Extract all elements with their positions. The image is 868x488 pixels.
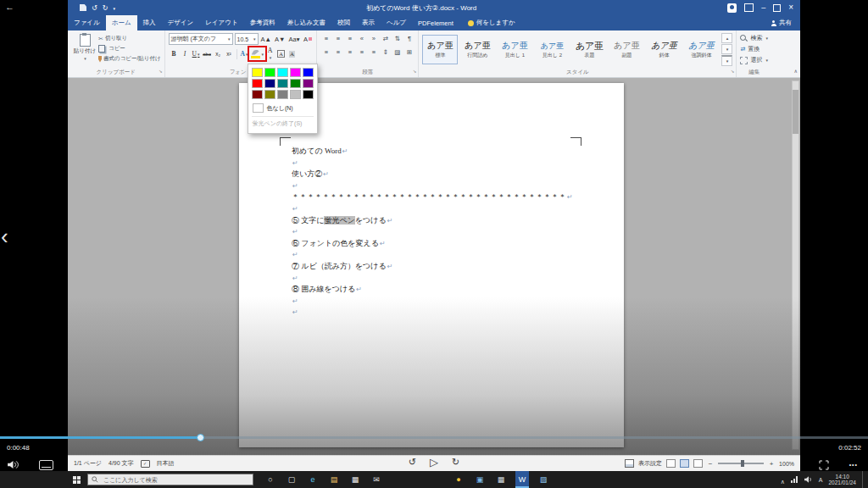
taskbar-app-task-view[interactable]: ▢: [285, 471, 298, 488]
ribbon-display-options-icon[interactable]: [744, 3, 754, 12]
style-標準[interactable]: あア亜標準: [422, 35, 458, 64]
highlight-color-swatch[interactable]: [264, 90, 275, 99]
character-border-button[interactable]: A: [275, 48, 287, 59]
back-button[interactable]: ←: [5, 2, 14, 12]
paragraph-tool-icon[interactable]: ≡: [320, 33, 331, 43]
highlight-color-swatch[interactable]: [252, 79, 263, 88]
highlight-color-swatch[interactable]: [290, 68, 301, 77]
forward-button[interactable]: ↻: [452, 457, 459, 468]
highlight-color-swatch[interactable]: [277, 79, 288, 88]
more-options-button[interactable]: •••: [849, 462, 858, 468]
taskbar-app-word[interactable]: W: [515, 471, 529, 488]
copy-button[interactable]: コピー: [98, 45, 161, 53]
play-button[interactable]: ▷: [430, 456, 438, 469]
tab-差し込み文書[interactable]: 差し込み文書: [281, 15, 331, 30]
highlight-color-swatch[interactable]: [277, 68, 288, 77]
tab-デザイン[interactable]: デザイン: [162, 15, 200, 30]
style-副題[interactable]: あア亜副題: [609, 35, 644, 64]
font-color-button[interactable]: A: [264, 48, 275, 59]
paragraph-tool-icon[interactable]: ≡: [344, 33, 355, 43]
style-行間詰め[interactable]: あア亜行間詰め: [459, 35, 495, 64]
highlight-color-swatch[interactable]: [303, 79, 314, 88]
restore-button[interactable]: [773, 4, 781, 12]
taskbar-app-cortana[interactable]: ○: [264, 471, 277, 488]
underline-button[interactable]: U: [191, 48, 202, 59]
show-desktop-button[interactable]: [862, 471, 865, 488]
paragraph-tool-icon[interactable]: ⇕: [380, 47, 391, 57]
subscript-button[interactable]: x₂: [213, 48, 224, 59]
tab-PDFelement[interactable]: PDFelement: [412, 15, 459, 30]
italic-button[interactable]: I: [180, 48, 191, 59]
paragraph-tool-icon[interactable]: ⇄: [380, 33, 391, 43]
save-icon[interactable]: [80, 4, 86, 11]
styles-scroll-up-icon[interactable]: [721, 33, 732, 43]
clear-formatting-button[interactable]: A: [302, 34, 313, 45]
ime-indicator[interactable]: A: [819, 477, 823, 483]
tab-ホーム[interactable]: ホーム: [106, 15, 137, 30]
tray-volume-icon[interactable]: [804, 476, 813, 483]
bold-button[interactable]: B: [169, 48, 180, 59]
font-name-combo[interactable]: 游明朝 (本文のフ: [169, 33, 233, 45]
no-color-menu-item[interactable]: 色なし(N): [252, 102, 314, 114]
highlight-color-swatch[interactable]: [252, 90, 263, 99]
style-見出し 1[interactable]: あア亜見出し 1: [497, 35, 532, 64]
taskbar-app-recorder[interactable]: ●: [452, 471, 465, 488]
minimize-button[interactable]: [761, 4, 765, 12]
find-button[interactable]: 検索: [740, 34, 768, 42]
dialog-launcher-icon[interactable]: [413, 61, 417, 76]
paragraph-tool-icon[interactable]: ≡: [332, 47, 343, 57]
tab-ファイル[interactable]: ファイル: [68, 15, 106, 30]
taskbar-app-photos[interactable]: ▨: [537, 471, 550, 488]
tab-ヘルプ[interactable]: ヘルプ: [381, 15, 412, 30]
text-highlight-color-button[interactable]: 色なし(N) 蛍光ペンの終了(S): [250, 48, 265, 59]
share-button[interactable]: 共有: [771, 15, 792, 30]
progress-bar[interactable]: [0, 436, 868, 439]
paragraph-tool-icon[interactable]: ≡: [368, 47, 379, 57]
taskbar-search[interactable]: [87, 474, 253, 485]
paragraph-tool-icon[interactable]: ▨: [392, 47, 403, 57]
tray-chevron-icon[interactable]: [781, 472, 785, 487]
dialog-launcher-icon[interactable]: [159, 61, 163, 76]
style-斜体[interactable]: あア亜斜体: [646, 35, 682, 64]
highlight-color-swatch[interactable]: [303, 90, 314, 99]
undo-icon[interactable]: [92, 4, 97, 12]
collapse-ribbon-icon[interactable]: [794, 61, 798, 76]
paragraph-tool-icon[interactable]: ⇅: [392, 33, 403, 43]
redo-icon[interactable]: [103, 4, 108, 12]
taskbar-app-file-explorer[interactable]: ▤: [327, 471, 341, 488]
scroll-up-icon[interactable]: [793, 81, 798, 88]
vertical-scrollbar[interactable]: [792, 80, 799, 450]
previous-chevron-icon[interactable]: ‹: [1, 225, 8, 247]
strikethrough-button[interactable]: abc: [202, 48, 213, 59]
highlight-color-swatch[interactable]: [252, 68, 263, 77]
highlight-color-swatch[interactable]: [290, 90, 301, 99]
highlight-color-swatch[interactable]: [290, 79, 301, 88]
dialog-launcher-icon[interactable]: [731, 61, 735, 76]
paragraph-tool-icon[interactable]: ≡: [320, 47, 331, 57]
paragraph-tool-icon[interactable]: ⊞: [403, 47, 415, 57]
paragraph-tool-icon[interactable]: ≡: [356, 47, 367, 57]
highlight-color-swatch[interactable]: [277, 90, 288, 99]
font-size-combo[interactable]: 10.5: [235, 33, 259, 45]
document-page[interactable]: 初めての Word↵↵使い方②↵↵＊＊＊＊＊＊＊＊＊＊＊＊＊＊＊＊＊＊＊＊＊＊＊…: [239, 83, 624, 447]
network-icon[interactable]: [791, 476, 798, 483]
cut-button[interactable]: 切り取り: [98, 35, 161, 42]
paragraph-tool-icon[interactable]: «: [356, 33, 367, 43]
character-shading-button[interactable]: A: [287, 48, 298, 59]
paragraph-tool-icon[interactable]: ≡: [332, 33, 343, 43]
styles-scroll-down-icon[interactable]: [721, 44, 732, 54]
format-painter-button[interactable]: 書式のコピー/貼り付け: [98, 55, 161, 63]
replace-button[interactable]: 置換: [740, 45, 768, 53]
taskbar-app-edge[interactable]: e: [306, 471, 320, 488]
style-強調斜体[interactable]: あア亜強調斜体: [683, 35, 719, 64]
start-button[interactable]: [73, 476, 81, 484]
highlight-color-swatch[interactable]: [303, 68, 314, 77]
tab-挿入[interactable]: 挿入: [137, 15, 162, 30]
tab-表示[interactable]: 表示: [356, 15, 381, 30]
account-avatar[interactable]: [727, 3, 737, 13]
text-effects-button[interactable]: A: [239, 48, 250, 59]
highlight-color-swatch[interactable]: [264, 79, 275, 88]
style-表題[interactable]: あア亜表題: [571, 35, 607, 64]
taskbar-app-store[interactable]: ▦: [348, 471, 362, 488]
taskbar-app-app-blue[interactable]: ▣: [473, 471, 487, 488]
